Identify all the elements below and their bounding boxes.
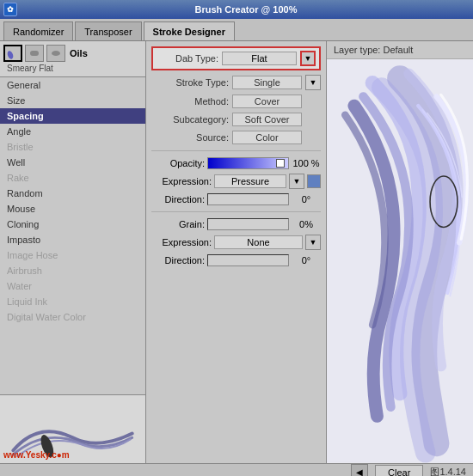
brush-icon-3[interactable] [46, 45, 65, 62]
subcategory-value: Soft Cover [232, 113, 302, 126]
method-label: Method: [151, 96, 229, 107]
layer-type-bar: Layer type: Default [327, 41, 473, 59]
nav-liquid-ink: Liquid Ink [0, 294, 145, 309]
grain-value: 0% [292, 219, 321, 229]
stroke-type-value[interactable]: Single [232, 76, 302, 89]
grain-label: Grain: [151, 219, 205, 229]
svg-point-0 [7, 50, 15, 59]
clear-button[interactable]: Clear [375, 465, 423, 477]
brush-preview-svg [327, 59, 473, 463]
grain-slider[interactable] [207, 218, 289, 230]
opacity-label: Opacity: [151, 158, 205, 168]
main-container: Randomizer Transposer Stroke Designer [0, 19, 473, 476]
opacity-value: 100 % [292, 158, 321, 168]
nav-section: General Size Spacing Angle Bristle Well [0, 77, 145, 394]
direction-label-2: Direction: [151, 255, 205, 265]
window-title: Brush Creator @ 100% [22, 4, 470, 15]
nav-well[interactable]: Well [0, 155, 145, 170]
left-panel: Oils Smeary Flat General Size Spacing An… [0, 41, 146, 463]
dab-type-dropdown[interactable]: ▼ [300, 51, 316, 66]
preview-bottom: www.Yesky.c●m [0, 394, 145, 463]
tab-transposer[interactable]: Transposer [75, 21, 141, 40]
direction-label-1: Direction: [151, 194, 205, 204]
dab-type-value[interactable]: Flat [222, 52, 297, 65]
brush-icon-2[interactable] [25, 45, 44, 62]
expression-value-2[interactable]: None [214, 235, 303, 249]
nav-mouse[interactable]: Mouse [0, 201, 145, 217]
direction-row-2: Direction: 0° [151, 254, 321, 266]
expression-row-2: Expression: None ▼ [151, 235, 321, 250]
direction-slider-2[interactable] [207, 254, 289, 266]
source-row: Source: Color [151, 131, 321, 144]
tabs-row: Randomizer Transposer Stroke Designer [0, 19, 473, 40]
stroke-type-label: Stroke Type: [151, 77, 229, 88]
nav-airbrush: Airbrush [0, 263, 145, 278]
nav-image-hose: Image Hose [0, 247, 145, 263]
expression-label-1: Expression: [151, 176, 212, 186]
expression-dropdown-2[interactable]: ▼ [305, 235, 321, 250]
source-value: Color [232, 131, 302, 144]
divider-1 [151, 150, 321, 151]
subcategory-row: Subcategory: Soft Cover [151, 113, 321, 126]
title-bar-icon: ✿ [3, 3, 17, 16]
svg-rect-1 [30, 51, 39, 56]
nav-spacing[interactable]: Spacing [0, 108, 145, 124]
direction-row-1: Direction: 0° [151, 193, 321, 205]
opacity-row: Opacity: 100 % [151, 157, 321, 169]
expression-colorbox-1[interactable] [307, 174, 321, 188]
fig-label: 图1.4.14 [430, 466, 466, 476]
svg-point-2 [52, 51, 60, 56]
brush-icon-1[interactable] [3, 45, 22, 62]
direction-value-2: 0° [292, 255, 321, 265]
nav-size[interactable]: Size [0, 93, 145, 108]
brush-name: Oils [70, 48, 88, 58]
opacity-thumb[interactable] [276, 159, 285, 168]
title-bar: ✿ Brush Creator @ 100% [0, 0, 473, 19]
method-row: Method: Cover [151, 95, 321, 108]
direction-value-1: 0° [292, 194, 321, 204]
stroke-type-dropdown[interactable]: ▼ [305, 75, 321, 90]
brush-icons-row: Oils [3, 45, 142, 62]
nav-bristle: Bristle [0, 139, 145, 155]
middle-panel: Dab Type: Flat ▼ Stroke Type: Single ▼ M… [146, 41, 327, 463]
content-area: Oils Smeary Flat General Size Spacing An… [0, 40, 473, 463]
tab-stroke-designer[interactable]: Stroke Designer [144, 21, 235, 40]
expression-dropdown-1[interactable]: ▼ [289, 174, 304, 189]
brush-subname: Smeary Flat [7, 64, 142, 73]
dab-type-row: Dab Type: Flat ▼ [151, 46, 321, 70]
method-value: Cover [232, 95, 302, 108]
right-panel: Layer type: Default [327, 41, 473, 463]
nav-impasto[interactable]: Impasto [0, 232, 145, 247]
expression-value-1[interactable]: Pressure [214, 174, 286, 188]
nav-rake: Rake [0, 170, 145, 186]
nav-random[interactable]: Random [0, 186, 145, 201]
layer-type-text: Layer type: Default [334, 45, 413, 55]
direction-slider-1[interactable] [207, 193, 289, 205]
tab-randomizer[interactable]: Randomizer [3, 21, 73, 40]
nav-cloning[interactable]: Cloning [0, 217, 145, 232]
nav-digital-water: Digital Water Color [0, 309, 145, 325]
brush-selector: Oils Smeary Flat [0, 41, 145, 77]
nav-general[interactable]: General [0, 77, 145, 93]
expression-label-2: Expression: [151, 237, 212, 247]
bottom-bar: ◀ Clear 图1.4.14 [0, 463, 473, 477]
dab-type-label: Dab Type: [157, 53, 218, 64]
grain-row: Grain: 0% [151, 218, 321, 230]
subcategory-label: Subcategory: [151, 114, 229, 125]
brush-preview-area [327, 59, 473, 463]
watermark: www.Yesky.c●m [3, 450, 70, 460]
nav-water: Water [0, 278, 145, 294]
opacity-track[interactable] [207, 157, 289, 169]
nav-angle[interactable]: Angle [0, 124, 145, 139]
divider-2 [151, 211, 321, 212]
stroke-type-row: Stroke Type: Single ▼ [151, 75, 321, 90]
expression-row-1: Expression: Pressure ▼ [151, 174, 321, 189]
scroll-left-arrow[interactable]: ◀ [351, 464, 368, 477]
source-label: Source: [151, 132, 229, 143]
